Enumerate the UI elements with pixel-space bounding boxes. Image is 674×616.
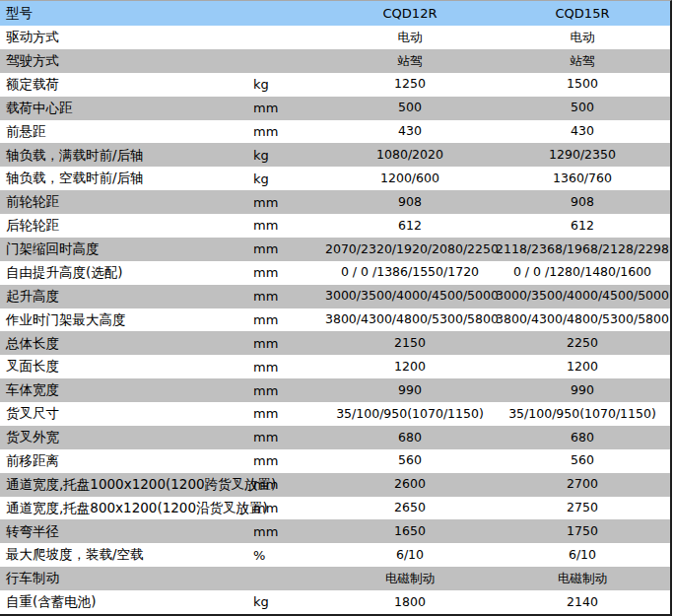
spec-unit-cell: mm	[253, 266, 325, 279]
table-row: 总体长度 mm 2150 2250	[0, 331, 670, 355]
cqd15r-value-cell: 35/100/950(1070/1150)	[495, 408, 670, 421]
cqd12r-value-cell: 2650	[325, 502, 495, 514]
table-row: 自重(含蓄电池) kg 1800 2140	[0, 590, 670, 614]
cqd12r-value-cell: 1080/2020	[325, 149, 495, 162]
spec-name-cell: 货叉尺寸	[0, 407, 253, 421]
spec-unit-cell: kg	[253, 595, 325, 608]
cqd15r-value-cell: 3800/4300/4800/5300/5800	[495, 313, 670, 326]
table-row: 货叉尺寸 mm 35/100/950(1070/1150) 35/100/950…	[0, 402, 670, 426]
table-row: 作业时门架最大高度 mm 3800/4300/4800/5300/5800 38…	[0, 308, 670, 332]
header-model-label: 型号	[0, 7, 253, 21]
spec-name-cell: 驱动方式	[0, 31, 253, 44]
cqd15r-value-cell: 3000/3500/4000/4500/5000	[495, 290, 670, 303]
cqd12r-value-cell: 1200/600	[325, 172, 495, 185]
cqd12r-value-cell: 电磁制动	[325, 573, 495, 585]
cqd15r-value-cell: 电动	[495, 32, 670, 44]
table-row: 轴负载，空载时前/后轴 kg 1200/600 1360/760	[0, 167, 670, 190]
spec-unit-cell: kg	[253, 172, 325, 185]
cqd12r-value-cell: 560	[325, 454, 495, 467]
table-row: 通道宽度,托盘1000x1200(1200跨货叉放置) mm 2600 2700	[0, 473, 670, 497]
spec-name-cell: 作业时门架最大高度	[0, 313, 253, 327]
cqd12r-value-cell: 1800	[325, 596, 495, 609]
table-row: 车体宽度 mm 990 990	[0, 378, 670, 402]
spec-name-cell: 总体长度	[0, 337, 253, 351]
cqd12r-value-cell: 680	[325, 432, 495, 445]
spec-unit-cell: mm	[253, 502, 325, 514]
spec-name-cell: 前移距离	[0, 454, 253, 468]
table-row: 额定载荷 kg 1250 1500	[0, 73, 670, 97]
spec-unit-cell: kg	[253, 149, 325, 162]
table-row: 后轮轮距 mm 612 612	[0, 214, 670, 238]
cqd12r-value-cell: 3800/4300/4800/5300/5800	[325, 313, 495, 326]
table-row: 门架缩回时高度 mm 2070/2320/1920/2080/2250 2118…	[0, 238, 670, 261]
cqd15r-value-cell: 500	[495, 102, 670, 114]
spec-unit-cell: mm	[253, 313, 325, 326]
spec-name-cell: 后轮轮距	[0, 219, 253, 233]
cqd12r-value-cell: 0 / 0 /1386/1550/1720	[325, 266, 495, 279]
table-row: 起升高度 mm 3000/3500/4000/4500/5000 3000/35…	[0, 285, 670, 308]
header-model-cqd12r: CQD12R	[325, 7, 495, 20]
cqd12r-value-cell: 2150	[325, 337, 495, 350]
spec-name-cell: 通道宽度,托盘1000x1200(1200跨货叉放置)	[0, 478, 253, 492]
table-row: 行车制动 电磁制动 电磁制动	[0, 567, 670, 590]
spec-unit-cell: mm	[253, 478, 325, 491]
table-row: 通道宽度,托盘800x1200(1200沿货叉放置) mm 2650 2750	[0, 497, 670, 520]
cqd15r-value-cell: 430	[495, 125, 670, 138]
cqd12r-value-cell: 1250	[325, 78, 495, 91]
spec-name-cell: 自由提升高度(选配)	[0, 266, 253, 280]
spec-unit-cell: mm	[253, 431, 325, 444]
spec-name-cell: 最大爬坡度，装载/空载	[0, 548, 253, 562]
spec-unit-cell: mm	[253, 361, 325, 374]
cqd12r-value-cell: 电动	[325, 32, 495, 44]
cqd15r-value-cell: 560	[495, 454, 670, 467]
cqd15r-value-cell: 电磁制动	[495, 573, 670, 585]
cqd12r-value-cell: 2070/2320/1920/2080/2250	[325, 243, 495, 256]
table-row: 最大爬坡度，装载/空载 % 6/10 6/10	[0, 543, 670, 567]
cqd15r-value-cell: 612	[495, 220, 670, 233]
cqd15r-value-cell: 1290/2350	[495, 149, 670, 162]
spec-unit-cell: mm	[253, 407, 325, 420]
table-row: 自由提升高度(选配) mm 0 / 0 /1386/1550/1720 0 / …	[0, 261, 670, 285]
cqd15r-value-cell: 1500	[495, 78, 670, 91]
spec-unit-cell: mm	[253, 242, 325, 255]
cqd15r-value-cell: 2750	[495, 502, 670, 514]
cqd15r-value-cell: 2140	[495, 596, 670, 609]
spec-name-cell: 载荷中心距	[0, 102, 253, 115]
spec-sheet-page: 型号 CQD12R CQD15R 驱动方式 电动 电动 驾驶方式 站驾 站驾 额…	[0, 0, 674, 616]
spec-name-cell: 前轮轮距	[0, 195, 253, 209]
table-row: 转弯半径 mm 1650 1750	[0, 519, 670, 543]
spec-unit-cell: mm	[253, 219, 325, 232]
cqd12r-value-cell: 500	[325, 102, 495, 114]
cqd15r-value-cell: 1360/760	[495, 172, 670, 185]
spec-name-cell: 转弯半径	[0, 525, 253, 539]
spec-unit-cell: mm	[253, 384, 325, 397]
cqd15r-value-cell: 1200	[495, 361, 670, 374]
table-row: 前悬距 mm 430 430	[0, 120, 670, 144]
spec-name-cell: 驾驶方式	[0, 54, 253, 68]
cqd15r-value-cell: 6/10	[495, 549, 670, 562]
table-row: 驾驶方式 站驾 站驾	[0, 49, 670, 73]
spec-name-cell: 货叉外宽	[0, 431, 253, 445]
spec-unit-cell: mm	[253, 196, 325, 209]
spec-name-cell: 轴负载，空载时前/后轴	[0, 171, 253, 185]
cqd15r-value-cell: 2250	[495, 337, 670, 350]
cqd15r-value-cell: 680	[495, 432, 670, 445]
spec-name-cell: 轴负载，满载时前/后轴	[0, 149, 253, 163]
cqd15r-value-cell: 1750	[495, 525, 670, 538]
spec-name-cell: 叉面长度	[0, 360, 253, 374]
cqd15r-value-cell: 0 / 0 /1280/1480/1600	[495, 266, 670, 279]
table-row: 叉面长度 mm 1200 1200	[0, 355, 670, 378]
spec-name-cell: 车体宽度	[0, 383, 253, 397]
spec-rows: 驱动方式 电动 电动 驾驶方式 站驾 站驾 额定载荷 kg 1250 1500 …	[0, 26, 670, 614]
spec-unit-cell: mm	[253, 454, 325, 467]
cqd12r-value-cell: 908	[325, 196, 495, 209]
spec-name-cell: 起升高度	[0, 290, 253, 304]
spec-unit-cell: mm	[253, 337, 325, 350]
table-row: 驱动方式 电动 电动	[0, 26, 670, 49]
cqd15r-value-cell: 2700	[495, 478, 670, 491]
cqd15r-value-cell: 908	[495, 196, 670, 209]
table-header-row: 型号 CQD12R CQD15R	[0, 1, 670, 26]
cqd12r-value-cell: 990	[325, 384, 495, 397]
cqd15r-value-cell: 2118/2368/1968/2128/2298	[495, 243, 670, 256]
spec-unit-cell: mm	[253, 125, 325, 138]
